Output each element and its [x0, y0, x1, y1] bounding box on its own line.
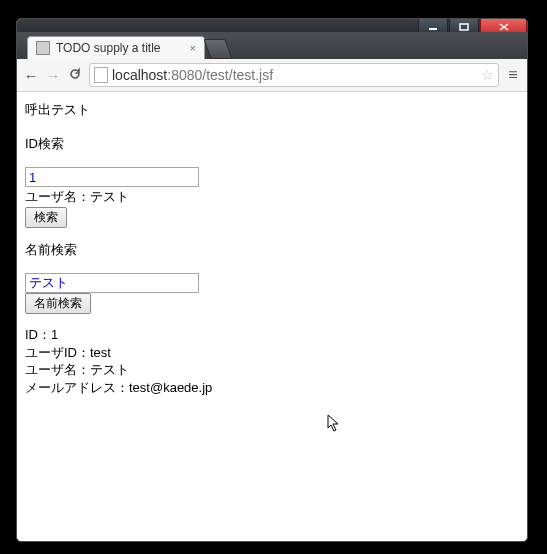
name-search-label: 名前検索 [25, 240, 519, 260]
results-block: ID：1 ユーザID：test ユーザ名：テスト メールアドレス：test@ka… [25, 326, 519, 396]
result-user-id: ユーザID：test [25, 345, 111, 360]
url-text: localhost:8080/test/test.jsf [112, 67, 273, 83]
svg-rect-1 [460, 24, 468, 30]
page-content: 呼出テスト ID検索 ユーザ名：テスト 検索 名前検索 名前検索 ID：1 ユー… [17, 92, 527, 404]
result-id: ID：1 [25, 327, 58, 342]
new-tab-button[interactable] [203, 39, 232, 59]
page-heading: 呼出テスト [25, 100, 519, 120]
browser-toolbar: ← → localhost:8080/test/test.jsf ☆ ≡ [17, 59, 527, 92]
nav-reload-icon[interactable] [67, 67, 83, 84]
tab-strip: TODO supply a title × [17, 32, 527, 59]
id-search-input[interactable] [25, 167, 199, 187]
name-search-button[interactable]: 名前検索 [25, 293, 91, 314]
address-bar[interactable]: localhost:8080/test/test.jsf ☆ [89, 63, 499, 87]
url-path: :8080/test/test.jsf [167, 67, 273, 83]
tab-close-icon[interactable]: × [190, 42, 196, 54]
id-search-button[interactable]: 検索 [25, 207, 67, 228]
window-titlebar [17, 19, 527, 32]
mouse-cursor-icon [327, 414, 343, 434]
result-user-name: ユーザ名：テスト [25, 362, 129, 377]
browser-window: TODO supply a title × ← → localhost:8080… [16, 18, 528, 542]
page-icon [94, 67, 108, 83]
favicon-icon [36, 41, 50, 55]
url-host: localhost [112, 67, 167, 83]
name-search-section: 名前検索 [25, 273, 519, 314]
browser-menu-icon[interactable]: ≡ [505, 66, 521, 84]
nav-forward-icon[interactable]: → [45, 67, 61, 84]
result-mail: メールアドレス：test@kaede.jp [25, 380, 212, 395]
tab-title: TODO supply a title [56, 41, 184, 55]
id-search-label: ID検索 [25, 134, 519, 154]
name-search-input[interactable] [25, 273, 199, 293]
bookmark-star-icon[interactable]: ☆ [481, 67, 494, 83]
id-search-result: ユーザ名：テスト [25, 189, 129, 204]
browser-tab[interactable]: TODO supply a title × [27, 36, 205, 59]
nav-back-icon[interactable]: ← [23, 67, 39, 84]
id-search-section: ユーザ名：テスト 検索 [25, 167, 519, 228]
